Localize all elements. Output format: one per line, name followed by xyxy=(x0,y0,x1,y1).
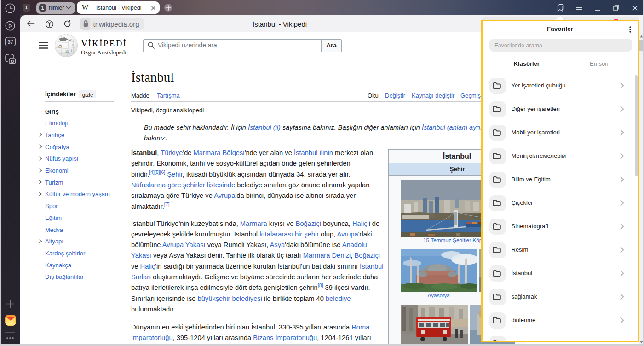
svg-text:Ω: Ω xyxy=(58,44,62,49)
svg-text:37: 37 xyxy=(7,39,13,44)
svg-text:ן: ן xyxy=(71,47,72,52)
svg-text:И: И xyxy=(65,49,69,54)
svg-text:ת: ת xyxy=(72,42,74,46)
svg-text:W: W xyxy=(69,38,72,42)
